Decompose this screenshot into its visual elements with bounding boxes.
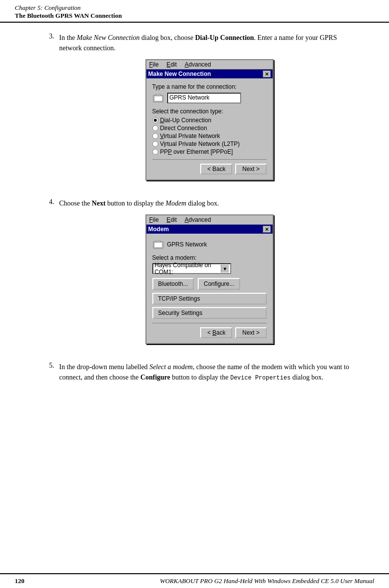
dialog2-menubar: File Edit Advanced [146, 215, 273, 225]
dialog2-network-name: GPRS Network [167, 241, 207, 248]
step-5-text: In the drop-down menu labelled Select a … [59, 362, 359, 382]
footer-title: WORKABOUT PRO G2 Hand-Held With Windows … [160, 577, 374, 585]
dropdown-arrow-icon: ▼ [221, 265, 229, 273]
menu-file[interactable]: File [149, 61, 159, 68]
step-3-text: In the Make New Connection dialog box, c… [59, 33, 359, 53]
dialog2-next-button[interactable]: Next > [235, 327, 266, 338]
radio-vpn[interactable]: Virtual Private Network [152, 133, 267, 139]
dialog1-btn-row: < Back Next > [152, 164, 267, 174]
dialog2-modem-label: Select a modem: [152, 254, 267, 261]
dialog2-modem-dropdown[interactable]: Hayes Compatible on COM1: ▼ [152, 263, 231, 274]
dialog2-btn-row: < Back Next > [152, 327, 267, 338]
svg-rect-4 [154, 242, 162, 247]
dialog1-separator [152, 159, 267, 160]
menu-advanced[interactable]: Advanced [185, 61, 211, 68]
configure-button[interactable]: Configure... [198, 278, 240, 290]
radio-dialup[interactable]: Dial-Up Connection [152, 117, 267, 124]
dialog2-close-button[interactable]: ✕ [263, 226, 271, 233]
menu2-edit[interactable]: Edit [167, 216, 177, 223]
dialog1-next-button[interactable]: Next > [235, 164, 266, 174]
tcp-ip-settings-button[interactable]: TCP/IP Settings [152, 293, 267, 305]
bluetooth-button[interactable]: Bluetooth... [152, 278, 194, 290]
modem-network-icon [152, 239, 164, 250]
dialog1-type-label: Select the connection type: [152, 108, 267, 115]
dialog2-network-row: GPRS Network [152, 239, 267, 250]
menu2-advanced[interactable]: Advanced [185, 216, 211, 223]
step-4: 4. Choose the Next button to display the… [39, 198, 359, 350]
dialog1-body: Type a name for the connection: GPR [146, 78, 273, 179]
dialog2-modem-row: Hayes Compatible on COM1: ▼ [152, 263, 267, 274]
dialog1-title: Make New Connection [148, 70, 211, 77]
dialog2-separator [152, 323, 267, 323]
dialog1-close-button[interactable]: ✕ [263, 70, 271, 77]
radio-vpn-l2tp-label: Virtual Private Network (L2TP) [160, 140, 240, 147]
dialog1-menubar: File Edit Advanced [146, 60, 273, 69]
make-new-connection-dialog: File Edit Advanced Make New Connection ✕… [145, 59, 274, 180]
main-content: 3. In the Make New Connection dialog box… [0, 23, 389, 410]
dialog1-titlebar: Make New Connection ✕ [146, 69, 273, 78]
security-settings-button[interactable]: Security Settings [152, 307, 267, 319]
dialog2-titlebar: Modem ✕ [146, 225, 273, 234]
dialog1-container: File Edit Advanced Make New Connection ✕… [59, 59, 359, 180]
step-3-number: 3. [39, 33, 54, 186]
dialog2-title: Modem [148, 226, 169, 233]
footer-page-number: 120 [15, 577, 25, 585]
radio-dialup-label: Dial-Up Connection [160, 117, 212, 124]
connection-icon [152, 92, 164, 104]
step-3: 3. In the Make New Connection dialog box… [39, 33, 359, 186]
radio-vpn-btn[interactable] [152, 133, 158, 139]
step-5-number: 5. [39, 362, 54, 388]
step-4-text: Choose the Next button to display the Mo… [59, 198, 359, 208]
radio-direct-label: Direct Connection [160, 125, 207, 132]
radio-pppoe-btn[interactable] [152, 149, 158, 155]
dialog1-name-input[interactable]: GPRS Network [167, 93, 241, 104]
svg-rect-5 [156, 241, 160, 242]
radio-vpn-l2tp[interactable]: Virtual Private Network (L2TP) [152, 140, 267, 147]
dialog2-container: File Edit Advanced Modem ✕ [59, 214, 359, 344]
modem-dialog: File Edit Advanced Modem ✕ [145, 214, 274, 344]
step-4-number: 4. [39, 198, 54, 350]
step-5: 5. In the drop-down menu labelled Select… [39, 362, 359, 388]
modem-top-btns: Bluetooth... Configure... [152, 278, 267, 290]
chapter-label: Chapter 5: Configuration [15, 4, 374, 12]
step-5-body: In the drop-down menu labelled Select a … [59, 362, 359, 388]
dialog1-name-label: Type a name for the connection: [152, 83, 267, 90]
radio-dialup-btn[interactable] [152, 117, 158, 123]
step-4-body: Choose the Next button to display the Mo… [59, 198, 359, 350]
dialog1-back-button[interactable]: < Back [200, 164, 232, 174]
page-header: Chapter 5: Configuration The Bluetooth G… [0, 0, 389, 23]
dialog2-back-button[interactable]: < Back [200, 327, 232, 338]
section-label: The Bluetooth GPRS WAN Connection [15, 12, 374, 20]
menu2-file[interactable]: File [149, 216, 159, 223]
radio-vpn-l2tp-btn[interactable] [152, 141, 158, 147]
radio-direct[interactable]: Direct Connection [152, 125, 267, 132]
radio-pppoe-label: PPP over Ethernet [PPPoE] [160, 148, 233, 155]
page-footer: 120 WORKABOUT PRO G2 Hand-Held With Wind… [0, 573, 389, 588]
svg-rect-2 [156, 94, 160, 96]
radio-vpn-label: Virtual Private Network [160, 133, 220, 139]
step-3-body: In the Make New Connection dialog box, c… [59, 33, 359, 186]
menu-edit[interactable]: Edit [167, 61, 177, 68]
svg-rect-1 [154, 96, 162, 101]
dialog1-name-row: GPRS Network [152, 92, 267, 104]
radio-pppoe[interactable]: PPP over Ethernet [PPPoE] [152, 148, 267, 155]
dialog2-body: GPRS Network Select a modem: Hayes Compa… [146, 234, 273, 343]
radio-direct-btn[interactable] [152, 125, 158, 131]
